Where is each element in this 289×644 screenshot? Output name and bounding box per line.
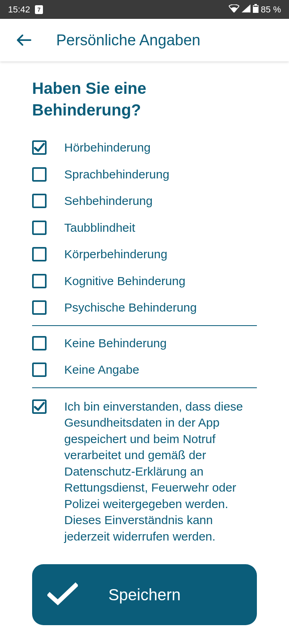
- battery-icon: [253, 4, 258, 15]
- disability-option-checkbox[interactable]: [32, 274, 47, 288]
- none-option-row[interactable]: Keine Behinderung: [32, 330, 257, 357]
- app-bar: Persönliche Angaben: [0, 19, 289, 61]
- disability-option-label: Körperbehinderung: [64, 246, 167, 263]
- wifi-icon: [229, 4, 239, 15]
- consent-text: Ich bin einverstanden, dass diese Gesund…: [64, 399, 257, 545]
- none-option-row[interactable]: Keine Angabe: [32, 356, 257, 383]
- disability-option-row[interactable]: Körperbehinderung: [32, 241, 257, 268]
- page-title: Persönliche Angaben: [56, 32, 200, 49]
- save-button-label: Speichern: [108, 586, 181, 604]
- disability-option-checkbox[interactable]: [32, 167, 47, 182]
- content-area: Haben Sie eine Behinderung? Hörbehinderu…: [0, 61, 289, 625]
- question-title: Haben Sie eine Behinderung?: [32, 77, 257, 121]
- disability-option-label: Hörbehinderung: [64, 140, 151, 156]
- none-option-checkbox[interactable]: [32, 336, 47, 350]
- back-button[interactable]: [16, 32, 32, 48]
- calendar-icon: 7: [35, 5, 43, 14]
- status-bar: 15:42 7 85 %: [0, 0, 289, 19]
- check-icon: [47, 582, 78, 607]
- arrow-left-icon: [17, 33, 31, 47]
- disability-option-row[interactable]: Hörbehinderung: [32, 134, 257, 161]
- disability-option-checkbox[interactable]: [32, 247, 47, 261]
- disability-option-label: Taubblindheit: [64, 220, 135, 236]
- status-time: 15:42: [8, 4, 30, 15]
- signal-icon: [242, 4, 250, 15]
- disability-option-row[interactable]: Sprachbehinderung: [32, 161, 257, 188]
- none-option-label: Keine Angabe: [64, 362, 139, 378]
- disability-option-label: Kognitive Behinderung: [64, 273, 185, 290]
- none-option-checkbox[interactable]: [32, 363, 47, 377]
- battery-percent: 85 %: [261, 4, 281, 15]
- disability-option-row[interactable]: Sehbehinderung: [32, 188, 257, 215]
- divider: [32, 325, 257, 326]
- disability-option-row[interactable]: Kognitive Behinderung: [32, 268, 257, 295]
- status-bar-left: 15:42 7: [8, 4, 43, 15]
- disability-option-checkbox[interactable]: [32, 140, 47, 155]
- svg-rect-2: [253, 6, 258, 7]
- disability-option-label: Sehbehinderung: [64, 193, 153, 209]
- consent-checkbox[interactable]: [32, 399, 47, 414]
- disability-option-checkbox[interactable]: [32, 194, 47, 208]
- none-option-label: Keine Behinderung: [64, 335, 167, 352]
- disability-option-row[interactable]: Psychische Behinderung: [32, 294, 257, 321]
- disability-option-label: Sprachbehinderung: [64, 166, 169, 183]
- disability-option-checkbox[interactable]: [32, 300, 47, 315]
- status-bar-right: 85 %: [229, 4, 281, 15]
- save-button[interactable]: Speichern: [32, 564, 257, 625]
- disability-option-checkbox[interactable]: [32, 221, 47, 235]
- svg-rect-0: [254, 4, 257, 5]
- disability-option-row[interactable]: Taubblindheit: [32, 215, 257, 241]
- none-options: Keine BehinderungKeine Angabe: [32, 330, 257, 383]
- disability-options: HörbehinderungSprachbehinderungSehbehind…: [32, 134, 257, 321]
- disability-option-label: Psychische Behinderung: [64, 300, 197, 316]
- consent-checkbox-row[interactable]: Ich bin einverstanden, dass diese Gesund…: [32, 392, 257, 550]
- divider: [32, 387, 257, 388]
